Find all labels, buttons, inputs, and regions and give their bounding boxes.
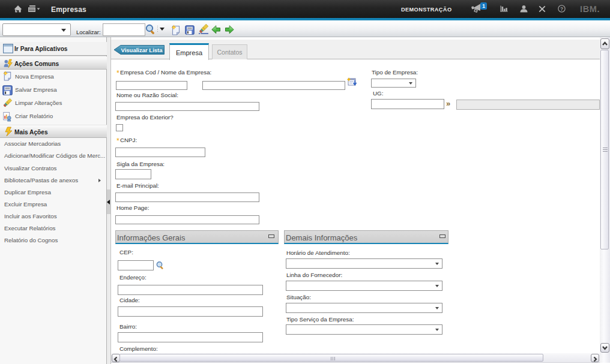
- svg-text:IBM.: IBM.: [580, 4, 600, 14]
- svg-text:Visualizar Lista: Visualizar Lista: [121, 47, 163, 53]
- svg-text:?: ?: [560, 6, 563, 12]
